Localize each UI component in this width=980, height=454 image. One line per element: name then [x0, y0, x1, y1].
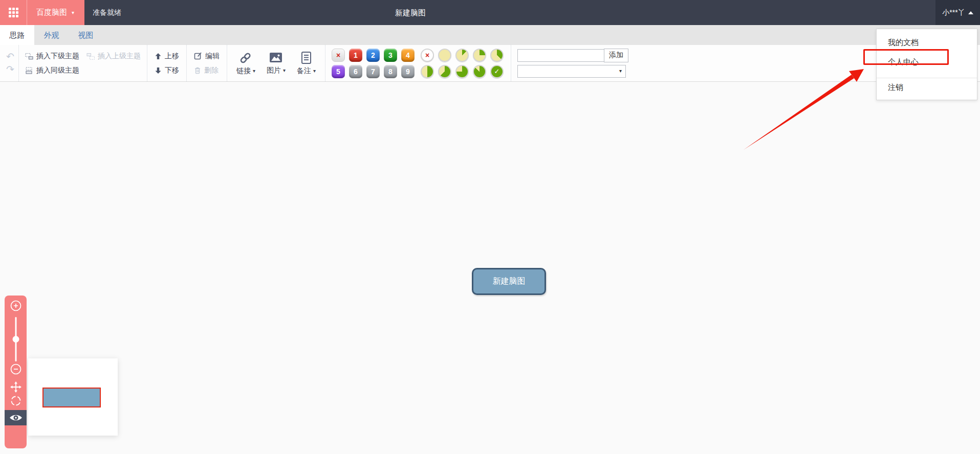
- zoom-panel: [5, 296, 27, 448]
- zoom-out-button[interactable]: [10, 363, 22, 375]
- priority-2-button[interactable]: 2: [366, 49, 380, 62]
- zoom-in-icon: [10, 300, 22, 312]
- delete-button[interactable]: 删除: [194, 66, 219, 75]
- redo-icon: ↷: [6, 64, 14, 75]
- priority-clear-button[interactable]: ×: [332, 49, 345, 62]
- progress-7-8-button[interactable]: [473, 65, 486, 78]
- priority-6-button[interactable]: 6: [349, 65, 362, 78]
- insert-group: 插入下级主题 插入上级主题 插入同级主题: [19, 45, 147, 81]
- move-down-button[interactable]: 下移: [155, 66, 179, 75]
- progress-3-8-button[interactable]: [490, 49, 504, 62]
- move-up-button[interactable]: 上移: [155, 52, 179, 61]
- tab-list: 思路外观视图: [0, 25, 980, 45]
- resource-group: 添加 ▾: [511, 45, 635, 81]
- trash-icon: [194, 66, 201, 74]
- progress-group: ×✓: [419, 45, 511, 81]
- insert-child-button[interactable]: 插入下级主题: [25, 52, 79, 61]
- user-menu-button[interactable]: 小***丫: [935, 0, 980, 25]
- priority-group: ×123456789: [325, 45, 419, 81]
- tab-idea[interactable]: 思路: [0, 25, 34, 45]
- arrow-down-icon: [155, 67, 162, 74]
- progress-5-8-button[interactable]: [438, 65, 451, 78]
- priority-9-button[interactable]: 9: [401, 65, 415, 78]
- priority-7-button[interactable]: 7: [366, 65, 380, 78]
- tab-view[interactable]: 视图: [69, 25, 103, 45]
- app-launcher-button[interactable]: [0, 0, 27, 25]
- priority-4-button[interactable]: 4: [401, 49, 415, 62]
- menu-item-logout[interactable]: 注销: [877, 78, 977, 96]
- caret-down-icon: ▾: [619, 69, 622, 74]
- move-icon: [10, 381, 21, 393]
- chain-icon: [238, 51, 253, 65]
- progress-2-8-button[interactable]: [473, 49, 486, 62]
- minimap-panel: [28, 358, 118, 436]
- undo-button[interactable]: ↶: [6, 51, 14, 62]
- caret-down-icon: ▾: [72, 10, 74, 15]
- menu-item-personal-center[interactable]: 个人中心: [877, 52, 977, 72]
- priority-8-button[interactable]: 8: [384, 65, 397, 78]
- image-dropdown-button[interactable]: 图片▾: [262, 47, 291, 79]
- history-group: ↶ ↷: [2, 45, 19, 81]
- user-menu: 我的文档个人中心注销: [876, 29, 977, 100]
- progress-6-8-button[interactable]: [455, 65, 469, 78]
- note-dropdown-button[interactable]: 备注▾: [292, 47, 321, 79]
- caret-up-icon: [968, 11, 973, 14]
- note-icon: [300, 51, 313, 65]
- root-node[interactable]: 新建脑图: [472, 268, 546, 295]
- redo-button[interactable]: ↷: [6, 64, 14, 75]
- minimap-toggle-button[interactable]: [5, 410, 27, 425]
- undo-icon: ↶: [6, 51, 14, 62]
- arrow-up-icon: [155, 53, 162, 60]
- minimap-viewport[interactable]: [42, 388, 101, 407]
- progress-clear-button[interactable]: ×: [421, 49, 434, 62]
- zoom-out-icon: [10, 363, 22, 375]
- image-icon: [269, 51, 282, 64]
- eye-icon: [9, 414, 23, 422]
- resource-input[interactable]: [517, 49, 604, 62]
- caret-down-icon: ▾: [313, 69, 316, 74]
- progress-0-8-button[interactable]: [438, 49, 451, 62]
- zoom-in-button[interactable]: [10, 300, 22, 312]
- progress-8-8-button[interactable]: ✓: [490, 65, 504, 78]
- move-group: 上移 下移: [147, 45, 187, 81]
- zoom-slider-handle[interactable]: [12, 336, 19, 343]
- edit-icon: [194, 52, 202, 60]
- insert-parent-button[interactable]: 插入上级主题: [86, 52, 141, 61]
- caret-down-icon: ▾: [283, 68, 286, 73]
- document-title: 新建脑图: [395, 0, 426, 25]
- edit-group: 编辑 删除: [187, 45, 227, 81]
- insert-sibling-button[interactable]: 插入同级主题: [25, 66, 79, 75]
- priority-3-button[interactable]: 3: [384, 49, 397, 62]
- brand-menu-button[interactable]: 百度脑图 ▾: [27, 0, 84, 25]
- status-text: 准备就绪: [93, 0, 121, 25]
- topbar: 百度脑图 ▾ 准备就绪 新建脑图 小***丫: [0, 0, 980, 25]
- add-button[interactable]: 添加: [604, 49, 628, 62]
- toolbar: ↶ ↷ 插入下级主题 插入上级主题 插入同级主题 上移: [0, 45, 980, 82]
- link-dropdown-button[interactable]: 链接▾: [231, 47, 260, 79]
- edit-button[interactable]: 编辑: [194, 52, 220, 61]
- user-label: 小***丫: [942, 8, 965, 17]
- menu-item-my-documents[interactable]: 我的文档: [877, 33, 977, 52]
- insert-parent-icon: [86, 53, 95, 60]
- tab-appearance[interactable]: 外观: [34, 25, 69, 45]
- progress-4-8-button[interactable]: [421, 65, 434, 78]
- priority-1-button[interactable]: 1: [349, 49, 362, 62]
- insert-child-icon: [25, 53, 33, 60]
- locate-icon: [10, 395, 22, 407]
- insert-sibling-icon: [25, 67, 33, 74]
- brand-label: 百度脑图: [36, 8, 67, 17]
- progress-1-8-button[interactable]: [455, 49, 469, 62]
- resource-select[interactable]: ▾: [517, 65, 626, 78]
- locate-button[interactable]: [10, 395, 22, 407]
- priority-5-button[interactable]: 5: [332, 65, 345, 78]
- grid-icon: [9, 8, 18, 17]
- caret-down-icon: ▾: [253, 69, 255, 74]
- media-group: 链接▾ 图片▾ 备注▾: [227, 45, 325, 81]
- pan-button[interactable]: [10, 381, 21, 393]
